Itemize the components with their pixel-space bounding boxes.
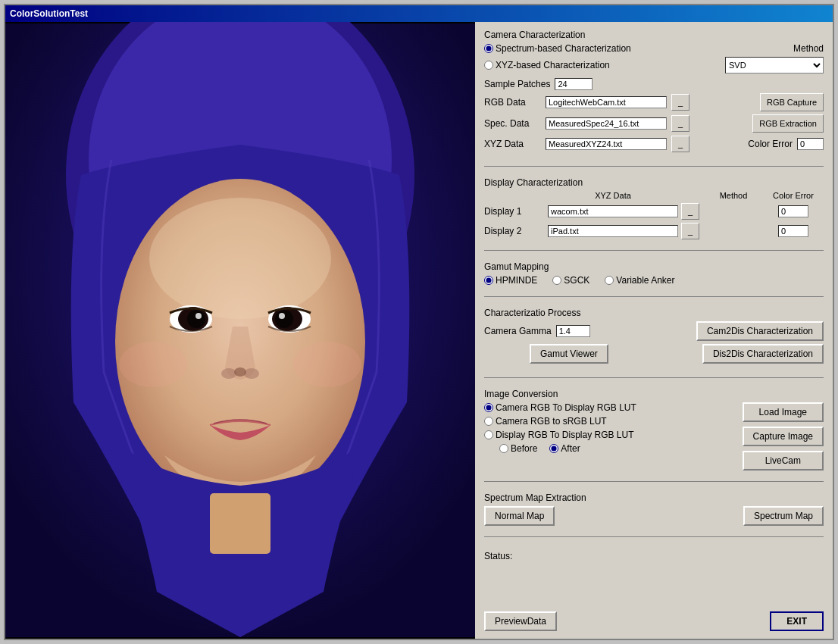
xyz-based-radio[interactable] [484, 61, 493, 70]
display1-color-error-input[interactable] [778, 205, 808, 217]
gamut-mapping-section: Gamut Mapping HPMINDE SGCK Variable Anke… [484, 261, 824, 286]
normal-map-btn[interactable]: Normal Map [484, 506, 555, 526]
display-characterization-title: Display Characterization [484, 177, 824, 188]
spec-data-browse-btn[interactable]: _ [671, 115, 689, 132]
before-radio[interactable] [499, 444, 508, 453]
camera-characterization-section: Camera Characterization Spectrum-based C… [484, 30, 824, 155]
title-bar: ColorSolutionTest [5, 5, 833, 22]
xyz-based-option[interactable]: XYZ-based Characterization [484, 60, 610, 70]
cam-rgb-to-srgb-radio[interactable] [484, 417, 493, 426]
display-rgb-to-display-option[interactable]: Display RGB To Display RGB LUT [484, 430, 636, 440]
color-error-label: Color Error [748, 139, 793, 149]
exit-btn[interactable]: EXIT [770, 611, 824, 631]
capture-image-btn[interactable]: Capture Image [743, 427, 824, 446]
variable-anker-option[interactable]: Variable Anker [605, 275, 674, 286]
method-label: Method [793, 43, 824, 54]
after-radio[interactable] [549, 444, 558, 453]
cam-rgb-to-srgb-option[interactable]: Camera RGB to sRGB LUT [484, 416, 636, 427]
camera-gamma-input[interactable] [556, 325, 590, 337]
sgck-radio[interactable] [552, 276, 561, 285]
xyz-data-browse-btn[interactable]: _ [671, 136, 689, 152]
variable-anker-radio[interactable] [605, 276, 614, 285]
image-panel [5, 22, 475, 639]
main-window: ColorSolutionTest [4, 4, 834, 640]
display-rgb-to-display-radio[interactable] [484, 430, 493, 439]
gamut-viewer-btn[interactable]: Gamut Viewer [530, 344, 608, 364]
image-conversion-section: Image Conversion Camera RGB To Display R… [484, 389, 824, 470]
rgb-extraction-btn[interactable]: RGB Extraction [752, 114, 824, 133]
characterization-process-section: Characterizatio Process Camera Gamma Cam… [484, 308, 824, 367]
display1-label: Display 1 [484, 206, 545, 217]
method-header: Method [707, 191, 760, 200]
svg-point-8 [195, 313, 202, 319]
svg-point-12 [279, 313, 285, 319]
display2-browse-btn[interactable]: _ [681, 223, 699, 239]
display-characterization-section: Display Characterization XYZ Data Method… [484, 177, 824, 239]
rgb-capture-btn[interactable]: RGB Capture [760, 93, 824, 111]
color-error-input[interactable] [797, 138, 824, 150]
spectrum-map-title: Spectrum Map Extraction [484, 492, 824, 503]
face-image [5, 22, 475, 639]
rgb-data-label: RGB Data [484, 97, 541, 108]
xyz-data-label: XYZ Data [484, 139, 541, 149]
svg-point-7 [187, 310, 205, 328]
status-area: Status: [484, 551, 824, 561]
load-image-btn[interactable]: Load Image [743, 402, 824, 422]
camera-characterization-title: Camera Characterization [484, 30, 824, 40]
status-label: Status: [484, 551, 512, 561]
spectrum-based-option[interactable]: Spectrum-based Characterization [484, 43, 631, 54]
color-error-header: Color Error [763, 191, 824, 200]
dis2dis-btn[interactable]: Dis2Dis Characterization [702, 344, 824, 364]
cam-rgb-to-display-lut-radio[interactable] [484, 403, 493, 412]
rgb-data-browse-btn[interactable]: _ [671, 94, 689, 111]
gamut-mapping-title: Gamut Mapping [484, 261, 824, 272]
svg-point-11 [275, 310, 293, 328]
sample-patches-label: Sample Patches [484, 79, 550, 89]
before-option[interactable]: Before [499, 443, 537, 454]
svg-point-14 [244, 368, 259, 379]
display2-color-error-input[interactable] [778, 225, 808, 237]
image-conversion-title: Image Conversion [484, 389, 824, 399]
right-panel: Camera Characterization Spectrum-based C… [475, 22, 833, 639]
cam-rgb-to-display-lut-option[interactable]: Camera RGB To Display RGB LUT [484, 402, 636, 413]
method-select[interactable]: SVD PCG LS [725, 57, 824, 73]
svg-point-17 [293, 342, 361, 387]
cam2dis-btn[interactable]: Cam2Dis Characterization [696, 321, 824, 341]
rgb-data-input[interactable] [546, 96, 667, 108]
sgck-option[interactable]: SGCK [552, 275, 589, 286]
hpminde-option[interactable]: HPMINDE [484, 275, 537, 286]
svg-point-13 [221, 368, 236, 379]
xyz-data-input[interactable] [546, 138, 667, 150]
spec-data-input[interactable] [546, 117, 667, 130]
camera-gamma-label: Camera Gamma [484, 326, 552, 336]
display2-input[interactable] [548, 225, 678, 237]
display1-input[interactable] [548, 205, 678, 217]
xyz-data-header: XYZ Data [548, 191, 678, 200]
spectrum-based-radio[interactable] [484, 44, 493, 53]
live-cam-btn[interactable]: LiveCam [743, 451, 824, 470]
preview-data-btn[interactable]: PreviewData [484, 611, 557, 631]
spectrum-map-btn[interactable]: Spectrum Map [743, 506, 824, 526]
sample-patches-input[interactable] [555, 78, 593, 90]
hpminde-radio[interactable] [484, 276, 493, 285]
svg-point-16 [119, 342, 187, 387]
svg-point-15 [234, 367, 246, 377]
spec-data-label: Spec. Data [484, 118, 541, 129]
window-title: ColorSolutionTest [10, 8, 88, 19]
display2-label: Display 2 [484, 226, 545, 236]
after-option[interactable]: After [549, 443, 580, 454]
spectrum-map-extraction-section: Spectrum Map Extraction Normal Map Spect… [484, 492, 824, 526]
display1-browse-btn[interactable]: _ [681, 203, 699, 220]
svg-point-4 [149, 198, 331, 319]
svg-rect-18 [210, 493, 270, 554]
char-process-title: Characterizatio Process [484, 308, 824, 318]
